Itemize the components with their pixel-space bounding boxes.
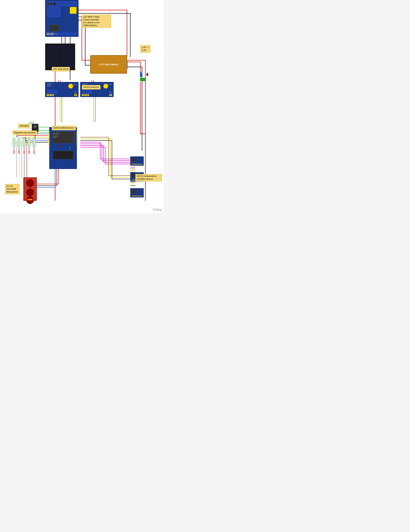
mic-label: 3X GY MAX4466 Microphone xyxy=(5,184,19,194)
solar-controller-board: OFF xyxy=(45,0,79,37)
voltage-reg-label: 4.2V -> 3.3V xyxy=(140,45,150,53)
fritzing-watermark: fritzing xyxy=(153,208,162,211)
mic-board xyxy=(23,177,37,201)
irf520n-label: IRF520N xyxy=(18,124,30,128)
battery: 4.2V LiIon battery xyxy=(90,55,127,74)
mag-sensors-group xyxy=(12,137,36,154)
sht31-board-3 xyxy=(130,188,144,197)
solar-panel xyxy=(45,44,75,70)
solar-panel-label: 12V solar panel xyxy=(52,67,70,71)
diagram-container: OFF 12V MPPT Solar Panel Controller for … xyxy=(0,0,164,213)
ina219-label: INA219 sensors xyxy=(82,85,100,89)
esp32-board: ESP-WROOM-32TD-er.nlLuaNode32ESP32 xyxy=(49,127,77,169)
mag-sensors-label: Magnetic lock sensors xyxy=(12,131,37,135)
sht31-board-1 xyxy=(130,156,144,166)
ina219-board-2: INA219 DCCurrentSensor I2C Address R4Sda xyxy=(80,82,114,97)
esp32-label: ESP32-WROOM-32U xyxy=(52,126,76,130)
ina219-board-1: INA219 DCCurrentSensor I2C Address R4Sda xyxy=(45,82,79,97)
solar-controller-label: 12V MPPT Solar Panel Controller for Lith… xyxy=(82,15,111,28)
sht31-label: SHT31 temperature/ humidity sensors xyxy=(135,174,162,181)
voltage-regulator-area xyxy=(140,72,145,81)
